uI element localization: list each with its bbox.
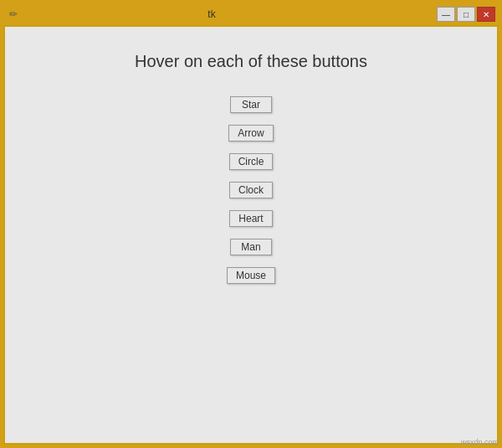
watermark: wsxdn.com [461, 438, 499, 446]
button-arrow[interactable]: Arrow [228, 125, 273, 142]
button-circle[interactable]: Circle [229, 153, 274, 170]
maximize-button[interactable]: □ [457, 7, 475, 22]
button-clock[interactable]: Clock [229, 182, 273, 198]
window-content: Hover on each of these buttons StarArrow… [3, 25, 499, 445]
window-frame: ✏ tk — □ ✕ Hover on each of these button… [0, 0, 502, 448]
page-title: Hover on each of these buttons [135, 52, 367, 71]
window-title: tk [0, 8, 437, 20]
button-man[interactable]: Man [230, 239, 272, 255]
button-heart[interactable]: Heart [229, 210, 272, 227]
title-controls: — □ ✕ [437, 7, 495, 22]
close-button[interactable]: ✕ [477, 7, 495, 22]
button-mouse[interactable]: Mouse [227, 267, 275, 284]
title-bar: ✏ tk — □ ✕ [3, 3, 499, 25]
button-star[interactable]: Star [230, 96, 272, 113]
buttons-container: StarArrowCircleClockHeartManMouse [227, 96, 275, 284]
minimize-button[interactable]: — [437, 7, 455, 22]
